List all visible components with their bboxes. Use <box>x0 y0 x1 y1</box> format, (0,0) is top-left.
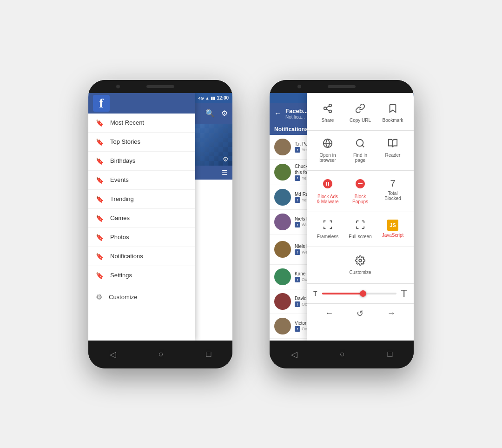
drawer-label-photos: Photos <box>110 234 129 241</box>
phone-2-screen: 4G ▲ ▮▮ 12:00 ← Faceb... Notifica... ⬜ ⋮ <box>270 93 414 341</box>
phone-2-camera <box>297 85 301 88</box>
phone-1: 4G ▲ ▮▮ 12:00 f 🔍 ⚙ ⚙ 🔍 <box>88 80 232 368</box>
avatar-7 <box>274 293 291 310</box>
ctx-bookmark[interactable]: Bookmark <box>379 100 407 126</box>
avatar-2 <box>274 164 291 181</box>
signal-icon: 4G <box>198 96 204 100</box>
fb-header-icons: 🔍 ⚙ <box>205 109 228 118</box>
drawer-label-events: Events <box>110 176 129 183</box>
settings-icon[interactable]: ⚙ <box>221 109 228 118</box>
ctx-find-in-page[interactable]: Find inpage <box>346 135 374 166</box>
slider-fill <box>322 293 363 294</box>
notifications-title: Notifications <box>274 126 308 133</box>
ctx-block-popups[interactable]: BlockPopups <box>346 175 374 207</box>
ctx-fullscreen[interactable]: Full-screen <box>346 217 374 242</box>
drawer-label-birthdays: Birthdays <box>110 157 135 164</box>
ctx-row-2: Open inbrowser Find inpage <box>311 135 409 166</box>
bookmark-icon-2: 🔖 <box>96 138 104 146</box>
ctx-total-blocked-label: TotalBlocked <box>384 191 401 201</box>
ctx-reader[interactable]: Reader <box>379 135 407 160</box>
drawer-label-games: Games <box>110 214 130 221</box>
drawer-item-birthdays[interactable]: 🔖 Birthdays <box>88 152 195 171</box>
share-icon <box>323 103 333 116</box>
drawer-label-trending: Trending <box>110 195 134 202</box>
ctx-javascript-label: JavaScript <box>382 233 404 238</box>
drawer-item-top-stories[interactable]: 🔖 Top Stories <box>88 133 195 152</box>
drawer-item-most-recent[interactable]: 🔖 Most Recent <box>88 114 195 133</box>
scene: 4G ▲ ▮▮ 12:00 f 🔍 ⚙ ⚙ 🔍 <box>88 80 414 368</box>
ctx-open-browser-label: Open inbrowser <box>319 153 336 163</box>
gear-icon: ⚙ <box>96 293 102 301</box>
context-menu-overlay: Share Copy URL <box>307 93 414 341</box>
slider-thumb[interactable] <box>360 290 366 297</box>
ctx-open-browser[interactable]: Open inbrowser <box>314 135 342 166</box>
block-popups-icon <box>355 178 366 192</box>
phone-1-top-bar <box>88 80 232 93</box>
globe-icon <box>323 138 333 151</box>
drawer-item-trending[interactable]: 🔖 Trending <box>88 190 195 209</box>
search-icon[interactable]: 🔍 <box>205 109 215 118</box>
drawer-fb-logo: f <box>93 95 110 112</box>
ctx-javascript[interactable]: JS JavaScript <box>379 217 407 241</box>
drawer-customize[interactable]: ⚙ Customize <box>88 287 195 307</box>
avatar-5 <box>274 241 291 258</box>
ctx-customize-label: Customize <box>349 270 371 275</box>
ctx-fullscreen-label: Full-screen <box>349 234 371 239</box>
ctx-share[interactable]: Share <box>314 100 342 126</box>
status-icons: 4G ▲ ▮▮ 12:00 <box>198 95 229 100</box>
ctx-total-blocked: 7 TotalBlocked <box>379 175 407 204</box>
platform-icon-7: f <box>295 301 300 307</box>
bookmark-icon-9: 🔖 <box>96 272 104 279</box>
ctx-block-ads[interactable]: Block Ads& Malware <box>314 175 342 207</box>
drawer-label-notifications: Notifications <box>110 253 143 260</box>
font-large-icon: T <box>401 288 407 300</box>
ctx-reader-label: Reader <box>385 153 401 158</box>
avatar-4 <box>274 214 291 230</box>
drawer-item-games[interactable]: 🔖 Games <box>88 209 195 228</box>
browser-back-icon[interactable]: ← <box>274 109 282 118</box>
platform-icon-4: f <box>295 222 300 227</box>
drawer-item-photos[interactable]: 🔖 Photos <box>88 228 195 247</box>
ctx-customize-row: Customize <box>311 253 409 278</box>
ctx-row-4: Frameless Full-screen JS <box>311 217 409 242</box>
drawer-item-notifications[interactable]: 🔖 Notifications <box>88 247 195 266</box>
cover-settings-icon[interactable]: ⚙ <box>223 155 229 163</box>
platform-icon-6: f <box>295 277 300 282</box>
back-button[interactable]: ◁ <box>110 349 116 360</box>
recents-button-2[interactable]: □ <box>387 349 392 359</box>
home-button[interactable]: ○ <box>159 349 164 359</box>
nav-forward-arrow[interactable]: → <box>387 308 396 318</box>
home-button-2[interactable]: ○ <box>340 349 345 359</box>
bookmark-icon-6: 🔖 <box>96 214 104 222</box>
platform-icon-5: f <box>295 249 300 255</box>
drawer-customize-label: Customize <box>109 294 137 301</box>
ctx-customize-section: Customize <box>307 247 414 284</box>
bookmark-icon-5: 🔖 <box>96 195 104 203</box>
font-slider-track[interactable] <box>322 293 396 294</box>
drawer-item-events[interactable]: 🔖 Events <box>88 171 195 190</box>
reader-icon <box>388 138 398 151</box>
nav-back-arrow[interactable]: ← <box>325 308 333 318</box>
ctx-copy-url[interactable]: Copy URL <box>346 100 374 126</box>
ctx-customize[interactable]: Customize <box>346 253 374 278</box>
nav-refresh-icon[interactable]: ↺ <box>357 308 363 319</box>
svg-point-7 <box>357 139 363 146</box>
svg-line-3 <box>326 109 329 111</box>
bookmark-icon-7: 🔖 <box>96 234 104 241</box>
phone-2-bottom-bar: ◁ ○ □ <box>270 341 414 368</box>
ctx-bookmark-label: Bookmark <box>382 118 403 123</box>
recents-button[interactable]: □ <box>206 349 211 359</box>
ctx-frameless[interactable]: Frameless <box>314 217 342 242</box>
customize-icon <box>355 255 365 268</box>
menu-icon[interactable]: ☰ <box>222 169 228 176</box>
bookmark-icon <box>388 103 398 116</box>
ctx-nav-row: ← ↺ → <box>307 304 414 323</box>
avatar-3 <box>274 189 291 206</box>
drawer-item-settings[interactable]: 🔖 Settings <box>88 266 195 285</box>
back-button-2[interactable]: ◁ <box>291 349 297 360</box>
js-icon: JS <box>387 220 398 231</box>
platform-icon-1: f <box>295 147 300 153</box>
ctx-section-3: Block Ads& Malware BlockPopups 7 <box>307 171 414 212</box>
ctx-row-1: Share Copy URL <box>311 100 409 126</box>
time-display: 12:00 <box>217 95 229 100</box>
